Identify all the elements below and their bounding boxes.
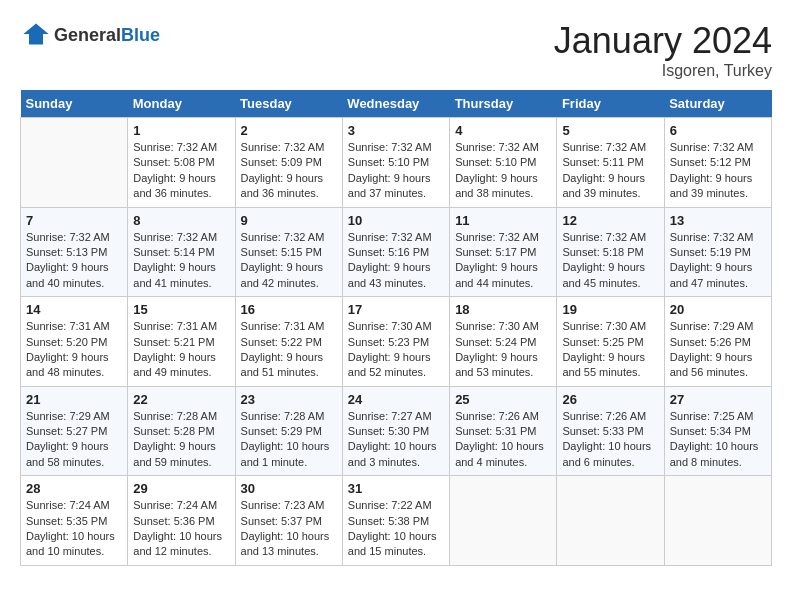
day-info-line: and 55 minutes. xyxy=(562,365,658,380)
day-info-line: Daylight: 9 hours xyxy=(670,171,766,186)
day-info: Sunrise: 7:32 AMSunset: 5:12 PMDaylight:… xyxy=(670,140,766,202)
calendar-subtitle: Isgoren, Turkey xyxy=(554,62,772,80)
calendar-cell: 28Sunrise: 7:24 AMSunset: 5:35 PMDayligh… xyxy=(21,476,128,566)
day-info-line: Daylight: 9 hours xyxy=(670,260,766,275)
day-number: 22 xyxy=(133,392,229,407)
svg-marker-0 xyxy=(23,24,48,45)
day-info-line: Daylight: 9 hours xyxy=(241,171,337,186)
day-info-line: Sunset: 5:12 PM xyxy=(670,155,766,170)
day-number: 6 xyxy=(670,123,766,138)
day-info-line: Sunrise: 7:31 AM xyxy=(241,319,337,334)
day-info-line: Daylight: 9 hours xyxy=(455,171,551,186)
day-info-line: Sunrise: 7:31 AM xyxy=(133,319,229,334)
day-info: Sunrise: 7:22 AMSunset: 5:38 PMDaylight:… xyxy=(348,498,444,560)
day-info-line: and 48 minutes. xyxy=(26,365,122,380)
week-row-5: 28Sunrise: 7:24 AMSunset: 5:35 PMDayligh… xyxy=(21,476,772,566)
day-info-line: and 43 minutes. xyxy=(348,276,444,291)
dow-header-friday: Friday xyxy=(557,90,664,118)
day-info-line: and 49 minutes. xyxy=(133,365,229,380)
day-info: Sunrise: 7:30 AMSunset: 5:24 PMDaylight:… xyxy=(455,319,551,381)
day-info: Sunrise: 7:30 AMSunset: 5:23 PMDaylight:… xyxy=(348,319,444,381)
day-info-line: Sunrise: 7:26 AM xyxy=(455,409,551,424)
day-info-line: and 3 minutes. xyxy=(348,455,444,470)
day-info-line: and 52 minutes. xyxy=(348,365,444,380)
day-number: 24 xyxy=(348,392,444,407)
day-info: Sunrise: 7:26 AMSunset: 5:31 PMDaylight:… xyxy=(455,409,551,471)
day-info: Sunrise: 7:30 AMSunset: 5:25 PMDaylight:… xyxy=(562,319,658,381)
calendar-cell: 16Sunrise: 7:31 AMSunset: 5:22 PMDayligh… xyxy=(235,297,342,387)
day-info-line: Sunset: 5:15 PM xyxy=(241,245,337,260)
day-number: 14 xyxy=(26,302,122,317)
day-info: Sunrise: 7:31 AMSunset: 5:22 PMDaylight:… xyxy=(241,319,337,381)
calendar-cell: 23Sunrise: 7:28 AMSunset: 5:29 PMDayligh… xyxy=(235,386,342,476)
calendar-body: 1Sunrise: 7:32 AMSunset: 5:08 PMDaylight… xyxy=(21,118,772,566)
day-info: Sunrise: 7:29 AMSunset: 5:27 PMDaylight:… xyxy=(26,409,122,471)
day-info-line: Sunset: 5:28 PM xyxy=(133,424,229,439)
day-info-line: Sunset: 5:16 PM xyxy=(348,245,444,260)
day-info-line: Sunset: 5:27 PM xyxy=(26,424,122,439)
day-info-line: Sunrise: 7:24 AM xyxy=(26,498,122,513)
day-info-line: Daylight: 9 hours xyxy=(26,260,122,275)
day-info: Sunrise: 7:27 AMSunset: 5:30 PMDaylight:… xyxy=(348,409,444,471)
day-info: Sunrise: 7:32 AMSunset: 5:16 PMDaylight:… xyxy=(348,230,444,292)
day-info-line: Sunset: 5:24 PM xyxy=(455,335,551,350)
logo: GeneralBlue xyxy=(20,20,160,52)
day-info-line: Sunrise: 7:32 AM xyxy=(562,140,658,155)
calendar-cell: 31Sunrise: 7:22 AMSunset: 5:38 PMDayligh… xyxy=(342,476,449,566)
day-info: Sunrise: 7:32 AMSunset: 5:09 PMDaylight:… xyxy=(241,140,337,202)
day-number: 4 xyxy=(455,123,551,138)
calendar-cell: 18Sunrise: 7:30 AMSunset: 5:24 PMDayligh… xyxy=(450,297,557,387)
day-info-line: Sunrise: 7:29 AM xyxy=(26,409,122,424)
day-info-line: Sunrise: 7:32 AM xyxy=(133,140,229,155)
day-info-line: Daylight: 9 hours xyxy=(133,350,229,365)
day-info: Sunrise: 7:28 AMSunset: 5:28 PMDaylight:… xyxy=(133,409,229,471)
calendar-cell: 5Sunrise: 7:32 AMSunset: 5:11 PMDaylight… xyxy=(557,118,664,208)
calendar-cell: 4Sunrise: 7:32 AMSunset: 5:10 PMDaylight… xyxy=(450,118,557,208)
day-number: 25 xyxy=(455,392,551,407)
calendar-title: January 2024 xyxy=(554,20,772,62)
day-info-line: and 47 minutes. xyxy=(670,276,766,291)
day-info-line: Sunset: 5:18 PM xyxy=(562,245,658,260)
day-info-line: and 13 minutes. xyxy=(241,544,337,559)
calendar-cell: 11Sunrise: 7:32 AMSunset: 5:17 PMDayligh… xyxy=(450,207,557,297)
day-info-line: Sunset: 5:08 PM xyxy=(133,155,229,170)
day-info-line: and 53 minutes. xyxy=(455,365,551,380)
calendar-cell xyxy=(450,476,557,566)
day-number: 29 xyxy=(133,481,229,496)
day-info-line: Sunset: 5:37 PM xyxy=(241,514,337,529)
calendar-cell: 10Sunrise: 7:32 AMSunset: 5:16 PMDayligh… xyxy=(342,207,449,297)
day-info-line: Sunrise: 7:32 AM xyxy=(133,230,229,245)
logo-general-text: General xyxy=(54,25,121,45)
day-info-line: Sunrise: 7:32 AM xyxy=(455,230,551,245)
day-info-line: and 41 minutes. xyxy=(133,276,229,291)
day-info-line: and 37 minutes. xyxy=(348,186,444,201)
day-info-line: and 36 minutes. xyxy=(133,186,229,201)
calendar-cell: 12Sunrise: 7:32 AMSunset: 5:18 PMDayligh… xyxy=(557,207,664,297)
calendar-cell: 24Sunrise: 7:27 AMSunset: 5:30 PMDayligh… xyxy=(342,386,449,476)
day-info-line: Daylight: 9 hours xyxy=(562,350,658,365)
day-info-line: Sunset: 5:33 PM xyxy=(562,424,658,439)
day-info: Sunrise: 7:23 AMSunset: 5:37 PMDaylight:… xyxy=(241,498,337,560)
day-info-line: Sunset: 5:19 PM xyxy=(670,245,766,260)
calendar-cell: 27Sunrise: 7:25 AMSunset: 5:34 PMDayligh… xyxy=(664,386,771,476)
day-info-line: Sunset: 5:20 PM xyxy=(26,335,122,350)
day-info-line: Daylight: 10 hours xyxy=(241,439,337,454)
day-info-line: Daylight: 10 hours xyxy=(26,529,122,544)
day-number: 28 xyxy=(26,481,122,496)
day-info-line: Daylight: 10 hours xyxy=(241,529,337,544)
day-info-line: Sunset: 5:35 PM xyxy=(26,514,122,529)
day-info-line: Sunset: 5:31 PM xyxy=(455,424,551,439)
day-info-line: Daylight: 9 hours xyxy=(26,350,122,365)
day-number: 19 xyxy=(562,302,658,317)
dow-header-tuesday: Tuesday xyxy=(235,90,342,118)
day-info-line: Sunrise: 7:29 AM xyxy=(670,319,766,334)
dow-header-sunday: Sunday xyxy=(21,90,128,118)
day-number: 10 xyxy=(348,213,444,228)
day-info-line: Daylight: 10 hours xyxy=(455,439,551,454)
day-info-line: Daylight: 9 hours xyxy=(348,171,444,186)
day-info-line: Sunset: 5:13 PM xyxy=(26,245,122,260)
day-info-line: Daylight: 10 hours xyxy=(562,439,658,454)
day-info-line: Daylight: 9 hours xyxy=(241,350,337,365)
day-info-line: and 1 minute. xyxy=(241,455,337,470)
day-info-line: Daylight: 9 hours xyxy=(670,350,766,365)
